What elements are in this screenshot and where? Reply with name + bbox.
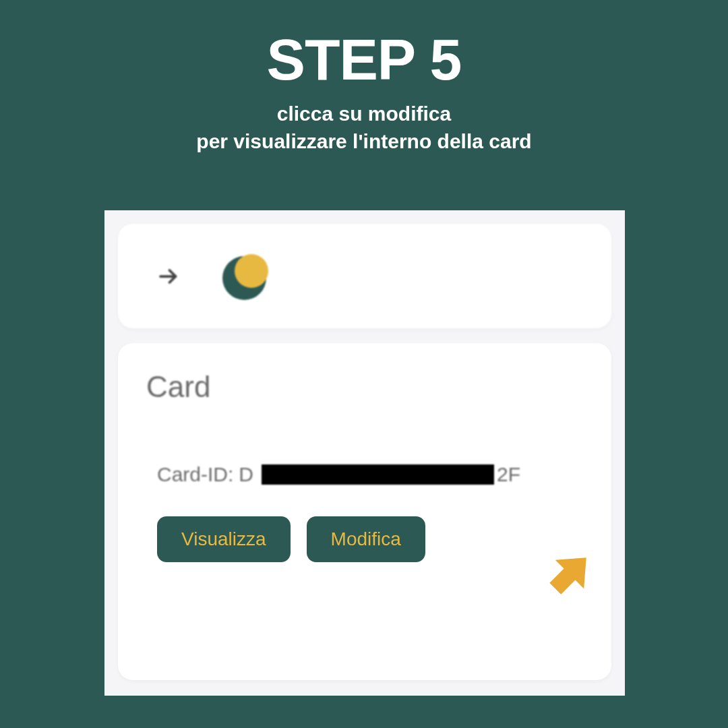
screenshot-panel: Card Card-ID: D 2F Visualizza Modifica (104, 210, 625, 696)
logo-icon (222, 253, 270, 300)
step-subtitle: clicca su modifica per visualizzare l'in… (0, 100, 728, 155)
subtitle-line-2: per visualizzare l'interno della card (196, 130, 531, 152)
arrow-right-icon[interactable] (155, 263, 182, 290)
subtitle-line-1: clicca su modifica (277, 102, 451, 125)
card-id-prefix: D (239, 463, 253, 486)
top-bar (118, 224, 611, 328)
card-panel: Card Card-ID: D 2F Visualizza Modifica (118, 343, 611, 680)
redacted-id (262, 464, 494, 485)
card-section-title: Card (146, 370, 583, 404)
edit-button[interactable]: Modifica (307, 516, 425, 562)
view-button[interactable]: Visualizza (157, 516, 291, 562)
step-title: STEP 5 (0, 30, 728, 88)
card-id-label: Card-ID: (157, 463, 233, 486)
button-row: Visualizza Modifica (146, 516, 583, 562)
instruction-header: STEP 5 clicca su modifica per visualizza… (0, 0, 728, 155)
card-id-suffix: 2F (497, 463, 520, 486)
card-id-row: Card-ID: D 2F (146, 463, 583, 486)
